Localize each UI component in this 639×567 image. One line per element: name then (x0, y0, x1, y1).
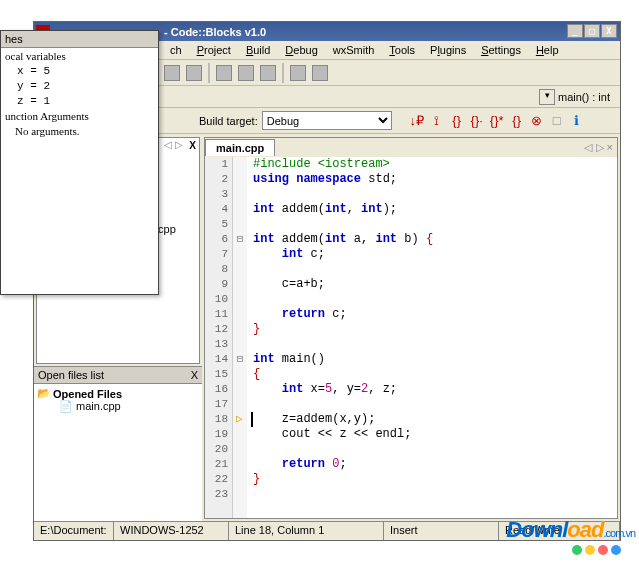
editor-pane: main.cpp ◁ ▷ × 1234567891011121314151617… (204, 137, 618, 519)
locals-header: ocal variables (5, 50, 154, 65)
opened-files-folder[interactable]: 📂 Opened Files (37, 387, 199, 400)
tab-maincpp[interactable]: main.cpp (205, 139, 275, 156)
undo-icon[interactable] (164, 65, 180, 81)
line-gutter: 1234567891011121314151617181920212223 (205, 157, 233, 518)
menu-ch[interactable]: ch (164, 42, 188, 58)
locals-list: x = 5y = 2z = 1 (5, 65, 154, 110)
menu-debug[interactable]: Debug (279, 42, 323, 58)
open-files-pane: Open files list X 📂 Opened Files 📄 main.… (34, 366, 202, 521)
pane-nav-arrows[interactable]: ◁ ▷ (164, 139, 183, 150)
status-insert: Insert (384, 522, 499, 540)
menu-build[interactable]: Build (240, 42, 276, 58)
watermark: Download.com.vn (506, 517, 635, 543)
copy-icon[interactable] (238, 65, 254, 81)
folder-icon: 📂 (37, 387, 51, 400)
redo-icon[interactable] (186, 65, 202, 81)
no-arguments: No arguments. (5, 125, 154, 140)
menu-tools[interactable]: Tools (383, 42, 421, 58)
paste-icon[interactable] (260, 65, 276, 81)
build-target-label: Build target: (199, 115, 258, 127)
debug-icon-5[interactable]: {}→ (508, 112, 526, 130)
find-icon[interactable] (290, 65, 306, 81)
minimize-button[interactable]: _ (567, 24, 583, 38)
tab-nav-icons[interactable]: ◁ ▷ × (584, 141, 613, 154)
menu-wxsmith[interactable]: wxSmith (327, 42, 381, 58)
maximize-button[interactable]: □ (584, 24, 600, 38)
local-var[interactable]: y = 2 (17, 80, 154, 95)
open-files-title: Open files list (38, 369, 104, 381)
fold-gutter[interactable]: ⊟ ⊟ (233, 157, 247, 518)
status-encoding: WINDOWS-1252 (114, 522, 229, 540)
open-file-item[interactable]: 📄 main.cpp (59, 400, 199, 413)
file-icon: 📄 (59, 400, 73, 412)
menu-project[interactable]: Project (191, 42, 237, 58)
debug-icon-8[interactable]: ℹ (568, 112, 586, 130)
open-files-header: Open files list X (34, 367, 202, 384)
status-position: Line 18, Column 1 (229, 522, 384, 540)
watches-panel[interactable]: hes ocal variables x = 5y = 2z = 1 uncti… (0, 30, 159, 295)
menu-plugins[interactable]: Plugins (424, 42, 472, 58)
build-target-select[interactable]: Debug (262, 111, 392, 130)
debug-icon-0[interactable]: ↓₽ (408, 112, 426, 130)
debug-icon-4[interactable]: {}* (488, 112, 506, 130)
watermark-dots (572, 545, 621, 555)
code-editor[interactable]: 1234567891011121314151617181920212223 ⊟ … (205, 157, 617, 518)
local-var[interactable]: z = 1 (17, 95, 154, 110)
window-title: - Code::Blocks v1.0 (164, 26, 266, 38)
scope-dropdown-icon[interactable]: ▾ (539, 89, 555, 105)
debug-icon-7[interactable]: □ (548, 112, 566, 130)
debug-icons: ↓₽⟟{}{}·{}*{}→⊗□ℹ (408, 112, 586, 130)
scope-label[interactable]: main() : int (558, 91, 610, 103)
menu-help[interactable]: Help (530, 42, 565, 58)
debug-icon-1[interactable]: ⟟ (428, 112, 446, 130)
local-var[interactable]: x = 5 (17, 65, 154, 80)
funcargs-header: unction Arguments (5, 110, 154, 125)
source-text[interactable]: #include <iostream>using namespace std;i… (247, 157, 617, 518)
editor-tabbar: main.cpp ◁ ▷ × (205, 138, 617, 157)
pane-close-icon[interactable]: X (189, 140, 196, 151)
status-path: E:\Document: (34, 522, 114, 540)
replace-icon[interactable] (312, 65, 328, 81)
watches-title: hes (1, 31, 158, 48)
debug-icon-6[interactable]: ⊗ (528, 112, 546, 130)
open-files-close-icon[interactable]: X (191, 369, 198, 381)
close-button[interactable]: X (601, 24, 617, 38)
debug-icon-3[interactable]: {}· (468, 112, 486, 130)
menu-settings[interactable]: Settings (475, 42, 527, 58)
debug-icon-2[interactable]: {} (448, 112, 466, 130)
cut-icon[interactable] (216, 65, 232, 81)
